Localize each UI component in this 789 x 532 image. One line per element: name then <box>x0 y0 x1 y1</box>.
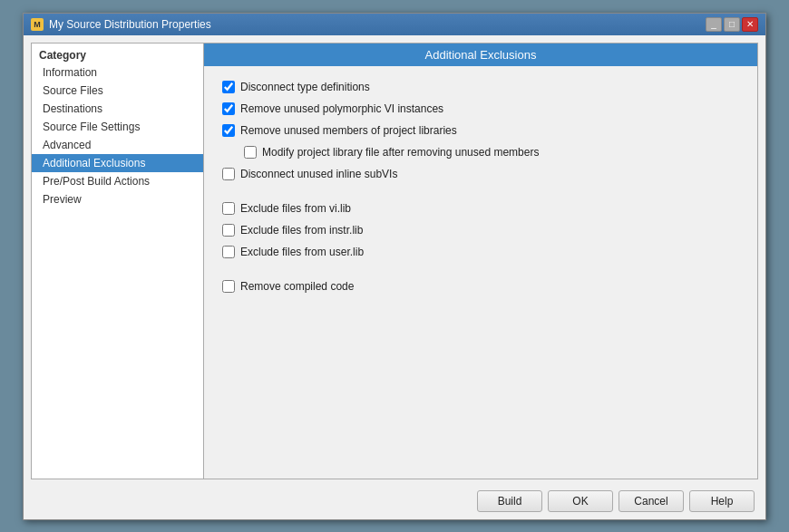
sidebar: Category Information Source Files Destin… <box>32 44 204 479</box>
checkbox-remove-unused-members-input[interactable] <box>222 124 235 137</box>
title-bar: M My Source Distribution Properties _ □ … <box>24 14 765 35</box>
checkbox-exclude-instr-lib: Exclude files from instr.lib <box>222 224 739 237</box>
checkbox-exclude-instr-lib-label[interactable]: Exclude files from instr.lib <box>240 224 363 237</box>
sidebar-item-preview[interactable]: Preview <box>32 190 203 208</box>
sidebar-item-advanced[interactable]: Advanced <box>32 136 203 154</box>
checkbox-disconnect-type-def-label[interactable]: Disconnect type definitions <box>240 81 370 93</box>
content-header: Additional Exclusions <box>204 44 757 66</box>
main-content: Category Information Source Files Destin… <box>31 43 758 479</box>
checkbox-exclude-vi-lib-label[interactable]: Exclude files from vi.lib <box>240 202 351 215</box>
checkbox-exclude-vi-lib-input[interactable] <box>222 202 235 215</box>
sidebar-item-source-files[interactable]: Source Files <box>32 82 203 100</box>
sidebar-item-information[interactable]: Information <box>32 63 203 82</box>
ok-button[interactable]: OK <box>548 490 613 512</box>
window-icon-label: M <box>34 20 41 29</box>
content-area: Additional Exclusions Disconnect type de… <box>204 44 757 479</box>
sidebar-item-additional-exclusions[interactable]: Additional Exclusions <box>32 154 203 172</box>
checkbox-disconnect-type-def: Disconnect type definitions <box>222 81 739 93</box>
main-window: M My Source Distribution Properties _ □ … <box>23 13 766 520</box>
checkbox-modify-project-library-input[interactable] <box>244 146 257 159</box>
checkbox-disconnect-unused-inline-input[interactable] <box>222 168 235 180</box>
checkbox-disconnect-unused-inline-label[interactable]: Disconnect unused inline subVIs <box>240 168 397 180</box>
cancel-button[interactable]: Cancel <box>619 490 684 512</box>
window-body: Category Information Source Files Destin… <box>24 35 765 519</box>
maximize-button[interactable]: □ <box>724 17 740 32</box>
checkbox-remove-compiled-code-label[interactable]: Remove compiled code <box>240 280 354 293</box>
checkbox-remove-unused-polymorphic-label[interactable]: Remove unused polymorphic VI instances <box>240 102 443 115</box>
window-title: My Source Distribution Properties <box>49 18 211 31</box>
checkbox-exclude-user-lib-input[interactable] <box>222 246 235 258</box>
help-button[interactable]: Help <box>689 490 755 512</box>
section-gap-1 <box>222 189 739 195</box>
checkbox-exclude-user-lib: Exclude files from user.lib <box>222 246 739 258</box>
checkbox-remove-unused-members: Remove unused members of project librari… <box>222 124 739 137</box>
title-bar-controls: _ □ ✕ <box>706 17 758 32</box>
checkbox-exclude-instr-lib-input[interactable] <box>222 224 235 237</box>
checkbox-remove-compiled-code-input[interactable] <box>222 280 235 293</box>
checkbox-remove-unused-polymorphic-input[interactable] <box>222 102 235 115</box>
sidebar-item-destinations[interactable]: Destinations <box>32 100 203 118</box>
footer: Build OK Cancel Help <box>31 487 758 512</box>
checkbox-modify-project-library-label[interactable]: Modify project library file after removi… <box>262 146 539 159</box>
minimize-button[interactable]: _ <box>706 17 722 32</box>
sidebar-header: Category <box>32 47 203 63</box>
checkbox-exclude-user-lib-label[interactable]: Exclude files from user.lib <box>240 246 364 258</box>
content-body: Disconnect type definitions Remove unuse… <box>204 66 757 309</box>
section-gap-2 <box>222 267 739 273</box>
checkbox-modify-project-library: Modify project library file after removi… <box>244 146 739 159</box>
checkbox-remove-unused-polymorphic: Remove unused polymorphic VI instances <box>222 102 739 115</box>
sidebar-item-source-file-settings[interactable]: Source File Settings <box>32 118 203 136</box>
checkbox-remove-unused-members-label[interactable]: Remove unused members of project librari… <box>240 124 457 137</box>
title-bar-left: M My Source Distribution Properties <box>31 18 211 31</box>
checkbox-remove-compiled-code: Remove compiled code <box>222 280 739 293</box>
checkbox-disconnect-unused-inline: Disconnect unused inline subVIs <box>222 168 739 180</box>
sidebar-item-pre-post-build-actions[interactable]: Pre/Post Build Actions <box>32 172 203 190</box>
build-button[interactable]: Build <box>477 490 542 512</box>
close-button[interactable]: ✕ <box>742 17 758 32</box>
window-icon: M <box>31 18 44 31</box>
checkbox-exclude-vi-lib: Exclude files from vi.lib <box>222 202 739 215</box>
checkbox-disconnect-type-def-input[interactable] <box>222 81 235 93</box>
